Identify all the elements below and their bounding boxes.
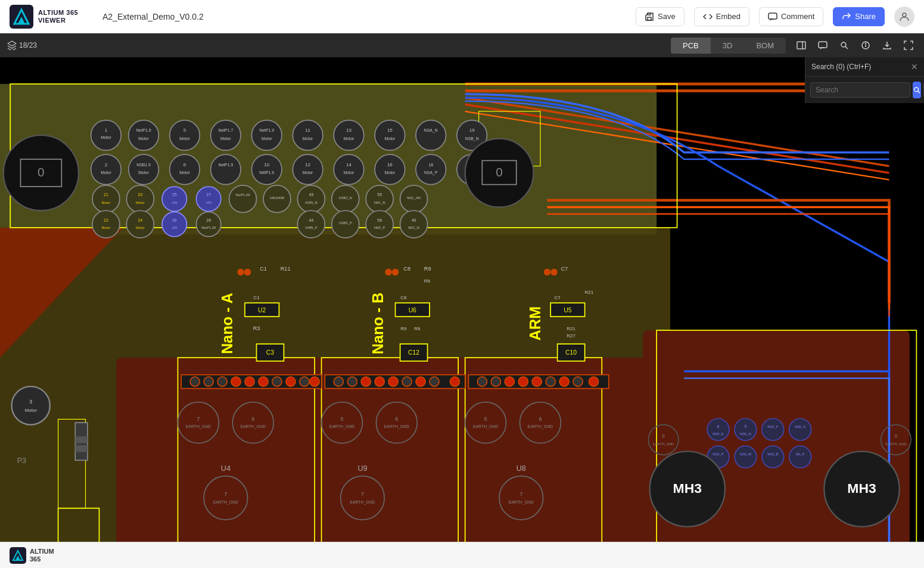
svg-point-172 [204, 377, 213, 386]
save-button[interactable]: Save [636, 7, 685, 26]
pcb-canvas[interactable]: 1 Motor NetP1.9 Motor 5 Motor NetP1.7 Mo… [0, 57, 924, 542]
svg-text:43: 43 [309, 193, 314, 197]
svg-text:55: 55 [377, 193, 382, 197]
svg-point-113 [366, 185, 393, 213]
svg-text:A485_N: A485_N [305, 201, 318, 204]
svg-text:Motor: Motor [101, 135, 111, 139]
svg-text:NS0_P: NS0_P [713, 452, 723, 456]
svg-text:EARTH_GND: EARTH_GND [384, 424, 409, 429]
altium365-logo: ALTIUM 365 [10, 547, 54, 564]
svg-point-276 [544, 269, 550, 275]
svg-text:C3: C3 [266, 349, 274, 356]
svg-text:16: 16 [387, 162, 393, 167]
svg-point-180 [310, 377, 319, 386]
svg-text:NS0_B: NS0_B [767, 452, 778, 456]
svg-point-92 [92, 185, 120, 213]
svg-text:6: 6 [251, 416, 254, 422]
svg-point-192 [477, 377, 487, 386]
svg-text:Motor: Motor [138, 136, 149, 141]
svg-text:NetP1.9: NetP1.9 [136, 128, 151, 132]
svg-text:26: 26 [172, 218, 177, 222]
svg-text:Motor: Motor [220, 136, 231, 141]
svg-text:22: 22 [104, 218, 108, 222]
svg-point-104 [229, 185, 257, 213]
svg-point-66 [129, 154, 159, 185]
save-label: Save [658, 12, 676, 21]
download-button[interactable] [879, 37, 895, 54]
svg-rect-264 [75, 436, 88, 443]
svg-text:NSB1.9: NSB1.9 [136, 163, 151, 167]
svg-text:5: 5 [484, 416, 487, 422]
layer-count: 18/23 [19, 41, 37, 49]
svg-text:C12: C12 [408, 349, 419, 356]
svg-text:+5V: +5V [172, 226, 178, 229]
svg-text:N0C_AN: N0C_AN [407, 196, 421, 200]
svg-point-250 [789, 446, 811, 468]
svg-text:N0D_P: N0D_P [374, 226, 385, 229]
svg-point-187 [402, 377, 412, 386]
svg-text:13: 13 [346, 128, 351, 133]
svg-line-11 [845, 46, 848, 49]
share-icon [842, 12, 851, 21]
embed-label: Embed [716, 12, 741, 21]
search-input[interactable] [810, 82, 910, 98]
svg-text:7: 7 [361, 491, 364, 497]
svg-text:U4: U4 [221, 464, 231, 473]
svg-text:MH3: MH3 [847, 480, 876, 496]
fullscreen-icon [904, 41, 913, 50]
info-button[interactable] [857, 37, 874, 54]
search-viewer-icon [839, 41, 849, 50]
svg-text:10: 10 [264, 162, 269, 167]
svg-text:25: 25 [172, 193, 177, 197]
share-button[interactable]: Share [833, 7, 885, 26]
svg-text:Motor: Motor [385, 136, 396, 141]
svg-text:24: 24 [138, 218, 143, 222]
svg-point-260 [12, 386, 50, 424]
logo-bottom: VIEWER [38, 17, 78, 24]
svg-point-277 [550, 269, 557, 275]
search-viewer-button[interactable] [836, 37, 853, 54]
pcb-viewer: 18/23 PCB 3D BOM [0, 33, 924, 542]
svg-text:EARTH_GND: EARTH_GND [528, 424, 553, 429]
svg-point-130 [297, 210, 325, 238]
svg-point-246 [735, 446, 757, 468]
search-submit-button[interactable] [913, 82, 921, 98]
comment-viewer-button[interactable] [814, 37, 831, 54]
tab-3d[interactable]: 3D [711, 38, 745, 54]
panel-toggle-button[interactable] [793, 37, 810, 54]
svg-text:+5V: +5V [172, 201, 178, 204]
svg-text:EARTH_GND: EARTH_GND [213, 500, 238, 505]
svg-point-124 [162, 212, 186, 237]
svg-text:Motor: Motor [385, 170, 396, 175]
tab-bom[interactable]: BOM [744, 38, 786, 54]
svg-point-195 [518, 377, 528, 386]
search-close-button[interactable]: ✕ [911, 62, 918, 72]
svg-text:R8: R8 [424, 278, 431, 284]
svg-point-248 [762, 446, 784, 468]
svg-point-46 [251, 120, 282, 151]
svg-text:15: 15 [387, 128, 393, 133]
svg-point-240 [762, 418, 784, 440]
user-avatar[interactable] [894, 7, 914, 27]
svg-text:R9: R9 [400, 326, 407, 331]
svg-point-200 [589, 377, 598, 386]
svg-text:USB2_P: USB2_P [339, 221, 352, 225]
logo-text: ALTIUM 365 VIEWER [38, 9, 78, 23]
logo-top: ALTIUM 365 [38, 9, 78, 16]
bottom-bar: ALTIUM 365 [0, 542, 924, 568]
fullscreen-button[interactable] [900, 37, 917, 54]
svg-text:A485_P: A485_P [305, 226, 318, 229]
altium365-num: 365 [30, 555, 54, 563]
search-input-row [805, 77, 924, 103]
tab-pcb[interactable]: PCB [671, 38, 711, 54]
comment-button[interactable]: Comment [759, 7, 823, 26]
svg-text:U2: U2 [258, 307, 266, 314]
toolbar-icons [793, 37, 917, 54]
embed-button[interactable]: Embed [694, 7, 749, 26]
svg-point-171 [190, 377, 200, 386]
svg-point-14 [866, 44, 866, 44]
svg-text:+5V: +5V [206, 201, 212, 204]
svg-text:Motor: Motor [136, 201, 145, 204]
svg-point-55 [375, 120, 405, 151]
svg-text:Motor: Motor [344, 170, 354, 175]
